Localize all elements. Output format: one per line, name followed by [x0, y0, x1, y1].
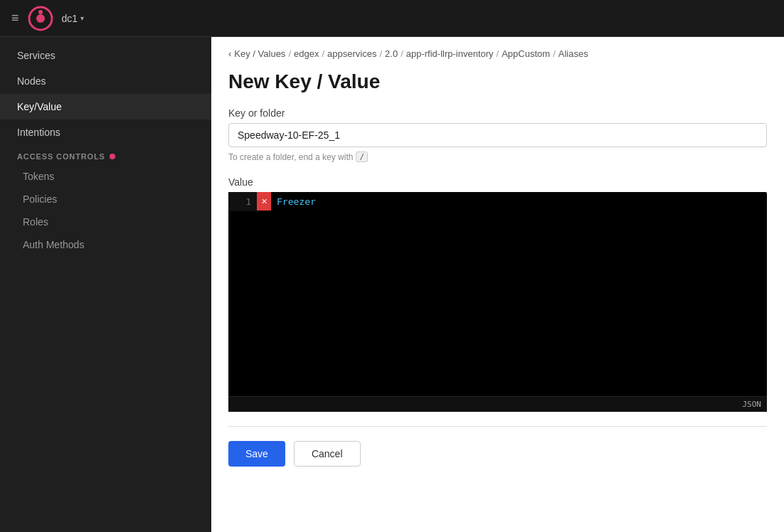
layout: Services Nodes Key/Value Intentions ACCE…: [0, 37, 784, 532]
key-folder-label: Key or folder: [228, 107, 767, 119]
access-controls-dot: [110, 154, 115, 159]
key-folder-section: Key or folder To create a folder, end a …: [211, 107, 784, 162]
datacenter-selector[interactable]: dc1 ▾: [62, 13, 85, 24]
actions: Save Cancel: [211, 441, 784, 484]
hint-slash: /: [356, 151, 368, 162]
editor-line-number-1: 1: [228, 192, 257, 211]
access-controls-section: ACCESS CONTROLS: [0, 145, 211, 165]
breadcrumb-version[interactable]: 2.0: [385, 48, 398, 59]
editor-spacer: [228, 211, 767, 396]
breadcrumb: ‹ Key / Values / edgex / appservices / 2…: [211, 37, 784, 65]
sidebar-item-nodes[interactable]: Nodes: [0, 68, 211, 94]
main-content: ‹ Key / Values / edgex / appservices / 2…: [211, 37, 784, 532]
editor-mode-label: JSON: [743, 400, 762, 409]
breadcrumb-keyvalues[interactable]: Key / Values: [234, 48, 285, 59]
sidebar-item-roles[interactable]: Roles: [0, 211, 211, 233]
breadcrumb-back-icon[interactable]: ‹: [228, 48, 231, 59]
hamburger-icon[interactable]: ≡: [11, 11, 19, 26]
sidebar-item-policies[interactable]: Policies: [0, 188, 211, 211]
page-title: New Key / Value: [211, 65, 784, 107]
breadcrumb-appservices[interactable]: appservices: [327, 48, 376, 59]
editor-error-gutter: ✕: [257, 192, 271, 211]
sidebar-item-tokens[interactable]: Tokens: [0, 165, 211, 188]
sidebar: Services Nodes Key/Value Intentions ACCE…: [0, 37, 211, 532]
sidebar-item-services[interactable]: Services: [0, 43, 211, 68]
sidebar-item-keyvalue[interactable]: Key/Value: [0, 94, 211, 119]
app-logo: [28, 6, 53, 31]
datacenter-label: dc1: [62, 13, 78, 24]
topnav: ≡ dc1 ▾: [0, 0, 784, 37]
key-folder-hint: To create a folder, end a key with /: [228, 151, 767, 162]
breadcrumb-edgex[interactable]: edgex: [294, 48, 319, 59]
breadcrumb-app[interactable]: app-rfid-llrp-inventory: [406, 48, 494, 59]
value-editor[interactable]: 1 ✕ Freezer JSON: [228, 192, 767, 412]
datacenter-arrow-icon: ▾: [80, 14, 84, 22]
cancel-button[interactable]: Cancel: [294, 441, 361, 467]
breadcrumb-appcustom[interactable]: AppCustom: [502, 48, 550, 59]
sidebar-item-intentions[interactable]: Intentions: [0, 119, 211, 145]
breadcrumb-aliases[interactable]: Aliases: [558, 48, 588, 59]
svg-point-2: [38, 10, 43, 14]
save-button[interactable]: Save: [228, 441, 285, 467]
key-folder-input[interactable]: [228, 123, 767, 147]
editor-line-1: 1 ✕ Freezer: [228, 192, 767, 211]
editor-bottom-bar: JSON: [228, 396, 767, 412]
editor-line-content-1[interactable]: Freezer: [271, 192, 767, 211]
svg-point-1: [36, 14, 45, 23]
divider: [228, 426, 767, 427]
value-label: Value: [211, 176, 784, 188]
sidebar-item-auth-methods[interactable]: Auth Methods: [0, 233, 211, 256]
